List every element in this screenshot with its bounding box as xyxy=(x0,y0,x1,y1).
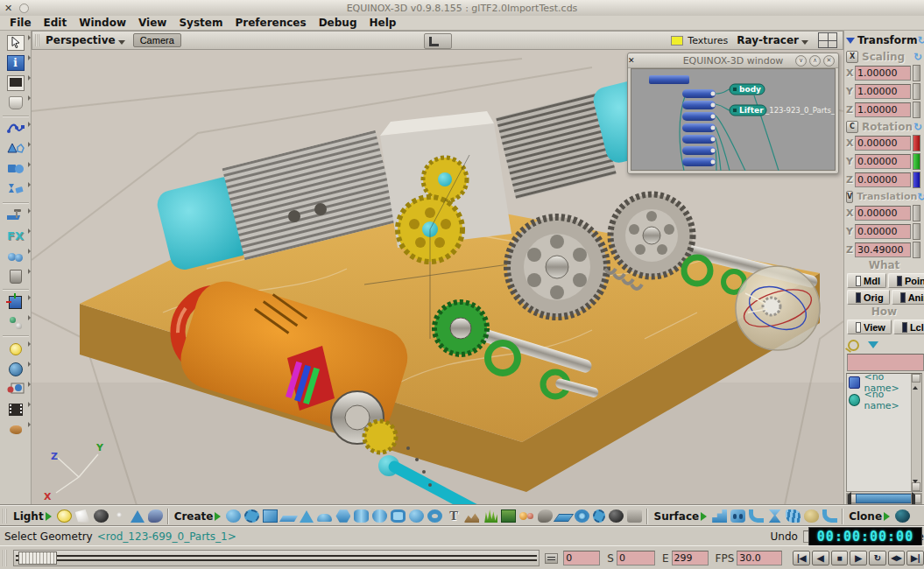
surface-lathe-icon[interactable] xyxy=(767,509,782,523)
play-backward-button[interactable]: ◀ xyxy=(812,551,829,565)
start-frame-input[interactable] xyxy=(617,551,655,565)
light-bulb-tool-icon[interactable] xyxy=(57,509,72,523)
list-vertical-scrollbar[interactable] xyxy=(911,374,921,491)
create-terrain-icon[interactable] xyxy=(464,509,479,523)
light-section-label[interactable]: Light xyxy=(13,510,44,523)
area-light-tool-icon[interactable] xyxy=(94,509,109,523)
fps-input[interactable] xyxy=(737,551,782,565)
scale-y-input[interactable] xyxy=(855,84,911,99)
spotlight-tool-icon[interactable] xyxy=(75,509,90,523)
boolean-ops-button[interactable] xyxy=(3,180,29,199)
rotate-x-input[interactable] xyxy=(855,136,911,151)
menu-system[interactable]: System xyxy=(173,17,229,29)
timeline-thumb[interactable] xyxy=(18,551,57,565)
create-cube-icon[interactable] xyxy=(263,509,278,523)
surface-bend-icon[interactable] xyxy=(822,509,837,523)
info-tool-button[interactable]: i xyxy=(3,53,29,72)
create-capsule-icon[interactable] xyxy=(372,509,387,523)
create-tube-icon[interactable] xyxy=(391,509,406,523)
textures-color-swatch[interactable] xyxy=(671,36,683,46)
create-torus-icon[interactable] xyxy=(427,509,442,523)
search-icon[interactable] xyxy=(848,340,859,351)
node-graph-canvas[interactable]: body Lifter _123-923_0_Parts_1 xyxy=(631,68,836,171)
scale-z-input[interactable] xyxy=(855,102,911,117)
stop-button[interactable]: ■ xyxy=(831,551,849,565)
what-anim-button[interactable]: Anim xyxy=(892,290,924,305)
surface-pipe-icon[interactable] xyxy=(749,509,764,523)
create-sculpt-icon[interactable] xyxy=(538,509,553,523)
translation-refresh-icon[interactable]: ↻ xyxy=(917,191,924,203)
create-plane-icon[interactable] xyxy=(279,516,298,522)
pingpong-button[interactable]: ◀▶ xyxy=(888,551,906,565)
rotation-shortcut-key[interactable]: C xyxy=(846,121,858,133)
create-cylinder-icon[interactable] xyxy=(354,509,369,523)
window-close2-icon[interactable]: ✕ xyxy=(823,55,835,67)
menu-window[interactable]: Window xyxy=(73,17,132,29)
surface-shell-icon[interactable] xyxy=(786,509,801,523)
create-section-label[interactable]: Create xyxy=(174,510,214,523)
window-shade-icon[interactable]: ∨ xyxy=(795,55,807,67)
play-button[interactable]: ▶ xyxy=(850,551,867,565)
scaling-refresh-icon[interactable]: ↻ xyxy=(913,51,922,63)
hierarchy-button[interactable] xyxy=(3,313,29,332)
select-tool-button[interactable] xyxy=(3,33,29,52)
create-sphere-icon[interactable] xyxy=(226,509,241,523)
material-tool-button[interactable] xyxy=(3,94,29,112)
curve-tool-button[interactable] xyxy=(3,120,29,138)
create-disc-icon[interactable] xyxy=(244,509,259,523)
directional-light-tool-icon[interactable] xyxy=(130,510,145,523)
timeline-options-icon[interactable] xyxy=(545,553,558,564)
how-lcl-button[interactable]: Lcl xyxy=(893,320,924,334)
go-to-start-button[interactable]: |◀ xyxy=(793,551,810,565)
clone-tool-icon[interactable] xyxy=(895,509,910,523)
scale-z-spinner[interactable] xyxy=(913,102,920,118)
window-maximize-icon[interactable]: ∧ xyxy=(809,55,821,67)
toolbar-grip[interactable] xyxy=(3,550,7,566)
create-metaballs-icon[interactable] xyxy=(519,509,534,523)
ruler-button[interactable] xyxy=(424,33,452,49)
list-horizontal-scrollbar[interactable] xyxy=(846,493,922,504)
point-light-tool-icon[interactable] xyxy=(112,509,127,523)
translate-z-spinner[interactable] xyxy=(913,242,920,258)
rotate-y-axis-swatch[interactable] xyxy=(913,153,920,170)
scale-x-input[interactable] xyxy=(855,66,911,81)
filter-dropdown-icon[interactable] xyxy=(868,341,878,348)
floating-menu-icon[interactable] xyxy=(635,57,642,64)
create-sphere2-icon[interactable] xyxy=(409,509,424,523)
menu-file[interactable]: File xyxy=(4,17,38,29)
surface-box-icon[interactable] xyxy=(730,509,745,523)
viewport-layout-icon[interactable] xyxy=(818,32,837,48)
camera-button[interactable]: Camera xyxy=(133,33,181,47)
loop-button[interactable]: ↻ xyxy=(869,551,886,565)
scroll-right-button[interactable] xyxy=(911,494,921,503)
render-button[interactable] xyxy=(3,360,29,378)
create-tree-icon[interactable] xyxy=(501,509,516,523)
create-cone-icon[interactable] xyxy=(300,510,314,523)
end-frame-input[interactable] xyxy=(672,551,709,565)
translate-y-input[interactable] xyxy=(855,224,911,239)
current-frame-input[interactable] xyxy=(563,551,600,565)
render-image-button[interactable] xyxy=(3,380,29,398)
create-text-icon[interactable]: T xyxy=(446,509,461,523)
how-view-button[interactable]: View xyxy=(847,320,892,334)
scaling-shortcut-key[interactable]: X xyxy=(846,51,858,63)
display-settings-button[interactable] xyxy=(3,74,29,92)
translation-shortcut-key[interactable]: V xyxy=(846,191,853,203)
scale-y-spinner[interactable] xyxy=(913,83,920,100)
scroll-down-button[interactable] xyxy=(912,482,920,491)
what-orig-button[interactable]: Orig xyxy=(847,290,890,305)
go-to-end-button[interactable]: ▶| xyxy=(906,551,924,565)
surface-head-icon[interactable] xyxy=(804,509,819,523)
toolbar-grip[interactable] xyxy=(3,509,7,523)
refresh-icon[interactable]: ↻ xyxy=(917,34,924,46)
textures-label[interactable]: Textures xyxy=(688,35,728,46)
create-hexprism-icon[interactable] xyxy=(335,509,350,523)
menu-edit[interactable]: Edit xyxy=(38,17,74,29)
menu-preferences[interactable]: Preferences xyxy=(229,17,312,29)
hscroll-thumb[interactable] xyxy=(856,494,913,503)
construct-tool-button[interactable] xyxy=(3,207,29,225)
what-point-button[interactable]: Point xyxy=(888,273,924,288)
shapes-2d-button[interactable] xyxy=(3,140,29,158)
node-graph-window[interactable]: ✕ EQUINOX-3D window ∨ ∧ ✕ xyxy=(627,53,839,174)
node-bars[interactable] xyxy=(649,75,716,166)
